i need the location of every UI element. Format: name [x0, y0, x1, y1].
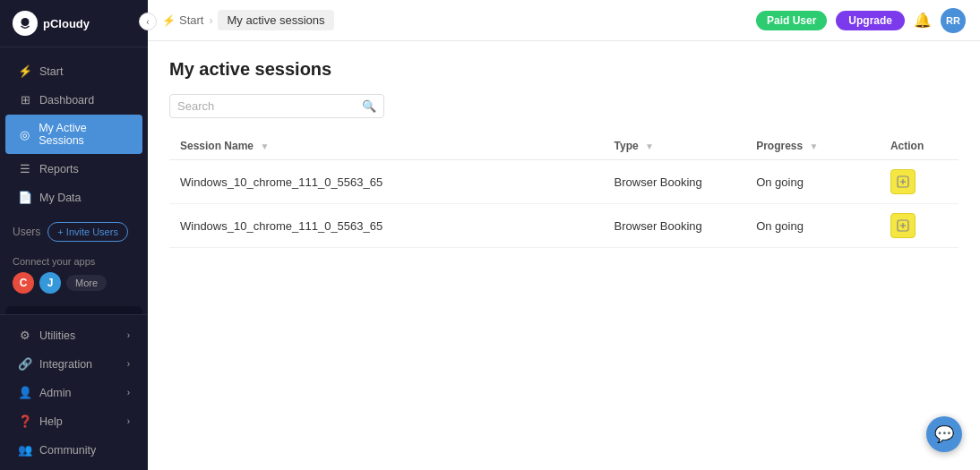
sidebar-item-admin[interactable]: 👤 Admin › — [5, 379, 142, 406]
utilities-icon: ⚙ — [18, 329, 32, 342]
chat-icon: 💬 — [934, 424, 954, 444]
sidebar-item-start-label: Start — [39, 65, 63, 78]
connect-apps-row: C J More — [13, 272, 135, 294]
integration-icon: 🔗 — [18, 357, 32, 371]
top-bar: ⚡ Start › My active sessions Paid User U… — [148, 0, 980, 41]
col-header-type[interactable]: Type ▼ — [604, 132, 746, 160]
breadcrumb-start[interactable]: ⚡ Start — [162, 13, 203, 27]
sidebar-item-help-label: Help — [39, 415, 63, 428]
sidebar-bottom: ⚙ Utilities › 🔗 Integration › 👤 Admin › … — [0, 314, 148, 470]
sidebar-item-reports[interactable]: ☰ Reports — [5, 155, 142, 183]
community-icon: 👥 — [18, 443, 32, 457]
help-expand-icon: › — [127, 416, 130, 426]
connect-apps-section: Connect your apps C J More — [0, 249, 148, 301]
sessions-table: Session Name ▼ Type ▼ Progress ▼ Action — [169, 132, 959, 248]
reports-icon: ☰ — [18, 162, 32, 175]
sidebar-item-community-label: Community — [39, 444, 96, 457]
breadcrumb-separator: › — [209, 14, 212, 27]
search-input[interactable] — [177, 99, 362, 113]
breadcrumb-start-label: Start — [179, 13, 203, 27]
sidebar-item-my-data[interactable]: 📄 My Data — [5, 184, 142, 211]
search-bar: 🔍 — [169, 94, 384, 118]
app-icon-c[interactable]: C — [13, 272, 34, 294]
notification-icon[interactable]: 🔔 — [914, 12, 932, 29]
cell-session-name-0: Windows_10_chrome_111_0_5563_65 — [169, 160, 604, 204]
breadcrumb-active: My active sessions — [218, 10, 333, 30]
col-header-session-name[interactable]: Session Name ▼ — [169, 132, 604, 160]
sidebar-nav: ⚡ Start ⊞ Dashboard ◎ My Active Sessions… — [0, 47, 148, 314]
more-apps-button[interactable]: More — [66, 275, 107, 291]
chat-bubble[interactable]: 💬 — [926, 416, 962, 452]
table-header: Session Name ▼ Type ▼ Progress ▼ Action — [169, 132, 959, 160]
sidebar-item-community[interactable]: 👥 Community — [5, 436, 142, 464]
sidebar-item-integration[interactable]: 🔗 Integration › — [5, 350, 142, 378]
page-title: My active sessions — [169, 59, 959, 80]
col-header-action: Action — [880, 132, 959, 160]
app-icon-j[interactable]: J — [39, 272, 61, 294]
top-bar-left: ⚡ Start › My active sessions — [162, 10, 334, 30]
admin-expand-icon: › — [127, 388, 130, 397]
breadcrumb-start-icon: ⚡ — [162, 14, 176, 27]
sidebar-item-reports-label: Reports — [39, 163, 79, 175]
admin-icon: 👤 — [18, 386, 32, 399]
community-banner[interactable]: R O pCloudy Community Be a part of the F… — [5, 306, 142, 314]
sidebar-item-dashboard-label: Dashboard — [39, 94, 94, 107]
cell-progress-1: On going — [745, 204, 880, 248]
cell-action-1 — [880, 204, 959, 248]
cell-action-0 — [880, 160, 959, 204]
sidebar-item-utilities[interactable]: ⚙ Utilities › — [5, 321, 142, 349]
sidebar-item-mydata-label: My Data — [39, 192, 82, 204]
logo-icon — [13, 11, 38, 36]
utilities-expand-icon: › — [127, 330, 130, 340]
dashboard-icon: ⊞ — [18, 93, 32, 107]
sidebar-item-admin-label: Admin — [39, 387, 71, 399]
start-icon: ⚡ — [18, 64, 32, 78]
action-button-0[interactable] — [890, 169, 916, 194]
logo-text: pCloudy — [43, 17, 90, 30]
svg-point-0 — [21, 18, 30, 26]
invite-users-button[interactable]: + Invite Users — [47, 222, 128, 242]
table-body: Windows_10_chrome_111_0_5563_65 Browser … — [169, 160, 959, 248]
main-content: ⚡ Start › My active sessions Paid User U… — [148, 0, 980, 470]
sidebar-item-start[interactable]: ⚡ Start — [5, 57, 142, 85]
search-icon[interactable]: 🔍 — [362, 99, 376, 113]
cell-type-0: Browser Booking — [604, 160, 746, 204]
my-data-icon: 📄 — [18, 191, 32, 204]
sidebar-item-dashboard[interactable]: ⊞ Dashboard — [5, 86, 142, 114]
sidebar-collapse-button[interactable]: ‹ — [139, 13, 157, 30]
table-row: Windows_10_chrome_111_0_5563_65 Browser … — [169, 160, 959, 204]
connect-apps-label: Connect your apps — [13, 256, 135, 267]
sidebar-item-utilities-label: Utilities — [39, 329, 75, 342]
sort-icon-session: ▼ — [260, 141, 269, 151]
users-row: Users + Invite Users — [0, 218, 148, 249]
sidebar-item-my-active-sessions[interactable]: ◎ My Active Sessions — [5, 115, 142, 154]
sort-icon-type: ▼ — [645, 141, 654, 151]
col-header-progress[interactable]: Progress ▼ — [745, 132, 880, 160]
sidebar-item-integration-label: Integration — [39, 358, 92, 371]
table-row: Windows_10_chrome_111_0_5563_65 Browser … — [169, 204, 959, 248]
users-label: Users — [13, 226, 40, 238]
cell-session-name-1: Windows_10_chrome_111_0_5563_65 — [169, 204, 604, 248]
action-button-1[interactable] — [890, 213, 916, 238]
sidebar-logo: pCloudy — [0, 0, 148, 47]
sort-icon-progress: ▼ — [810, 141, 819, 151]
cell-type-1: Browser Booking — [604, 204, 746, 248]
sidebar: pCloudy ‹ ⚡ Start ⊞ Dashboard ◎ My Activ… — [0, 0, 148, 470]
sidebar-item-sessions-label: My Active Sessions — [39, 122, 130, 147]
help-icon: ❓ — [18, 414, 32, 428]
paid-user-badge: Paid User — [756, 11, 827, 30]
page-body: My active sessions 🔍 Session Name ▼ Type… — [148, 41, 980, 470]
user-avatar[interactable]: RR — [941, 8, 966, 33]
sessions-icon: ◎ — [18, 128, 31, 141]
sidebar-item-help[interactable]: ❓ Help › — [5, 407, 142, 435]
top-bar-right: Paid User Upgrade 🔔 RR — [756, 8, 966, 33]
upgrade-button[interactable]: Upgrade — [836, 11, 905, 30]
cell-progress-0: On going — [745, 160, 880, 204]
integration-expand-icon: › — [127, 359, 130, 369]
